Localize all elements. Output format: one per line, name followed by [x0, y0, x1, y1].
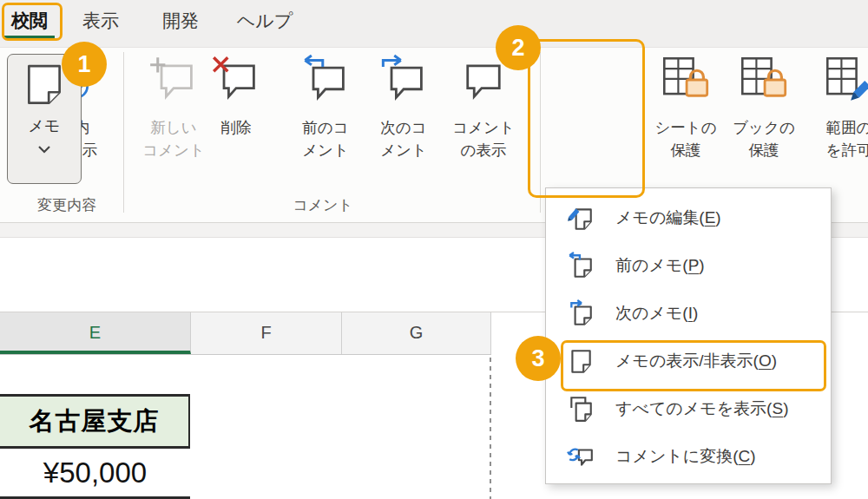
- protect-workbook-button[interactable]: ブックの 保護: [722, 50, 806, 193]
- column-header-g[interactable]: G: [342, 312, 491, 354]
- tab-view[interactable]: 表示: [75, 7, 127, 36]
- menu-item-convert-to-comment[interactable]: コメントに変換(C): [546, 432, 831, 480]
- previous-note-icon: [567, 252, 595, 279]
- allow-edit-ranges-icon: [807, 50, 868, 116]
- selected-tab-underline: [4, 36, 55, 39]
- menu-item-label: コメントに変換(C): [615, 445, 756, 468]
- show-comments-button[interactable]: コメント の表示: [442, 50, 525, 193]
- chevron-down-icon: [8, 141, 81, 157]
- notes-button-label: メモ: [8, 115, 81, 136]
- next-comment-label-line2: メント: [362, 139, 445, 161]
- menu-item-edit-note[interactable]: メモの編集(E): [546, 194, 831, 241]
- next-note-icon: [567, 299, 595, 327]
- delete-comment-label: 削除: [197, 116, 275, 139]
- protect-workbook-label-line1: ブックの: [722, 116, 806, 139]
- show-comments-label-line1: コメント: [442, 116, 525, 139]
- protect-sheet-button[interactable]: シートの 保護: [644, 50, 727, 193]
- next-comment-label-line1: 次のコ: [362, 116, 445, 139]
- menu-item-show-hide-note[interactable]: メモの表示/非表示(O): [546, 337, 831, 384]
- step-3-badge: 3: [516, 336, 561, 381]
- allow-edit-ranges-label-line1: 範囲の: [807, 116, 868, 139]
- edit-note-icon: [567, 204, 595, 232]
- menu-item-label: 次のメモ(I): [615, 302, 698, 325]
- show-comments-label-line2: の表示: [442, 139, 525, 161]
- menu-item-show-all-notes[interactable]: すべてのメモを表示(S): [546, 384, 831, 432]
- page-break-dashed-line: [490, 358, 491, 499]
- previous-comment-button[interactable]: 前のコ メント: [284, 50, 367, 193]
- step-1-badge: 1: [62, 42, 107, 87]
- protect-sheet-label-line2: 保護: [644, 139, 727, 161]
- delete-comment-button[interactable]: 削除: [197, 50, 275, 193]
- column-header-f[interactable]: F: [191, 312, 342, 354]
- next-comment-button[interactable]: 次のコ メント: [362, 50, 445, 193]
- menu-item-label: メモの表示/非表示(O): [615, 350, 777, 372]
- menu-item-next-note[interactable]: 次のメモ(I): [546, 289, 831, 337]
- protect-sheet-icon: [644, 50, 727, 116]
- allow-edit-ranges-button[interactable]: 範囲の を許可: [807, 50, 868, 193]
- group-separator: [123, 52, 124, 213]
- tab-developer[interactable]: 開発: [155, 7, 207, 36]
- step-2-badge: 2: [496, 25, 541, 70]
- previous-comment-label-line2: メント: [284, 139, 367, 161]
- group-separator: [540, 52, 541, 213]
- tab-review[interactable]: 校閲: [3, 7, 56, 36]
- protect-sheet-label-line1: シートの: [644, 116, 727, 139]
- previous-comment-label-line1: 前のコ: [284, 116, 367, 139]
- menu-item-label: すべてのメモを表示(S): [615, 397, 788, 420]
- menu-item-previous-note[interactable]: 前のメモ(P): [546, 241, 831, 289]
- delete-comment-icon: [197, 50, 275, 116]
- group-label-changes: 変更内容: [15, 194, 119, 217]
- cell-branch-name[interactable]: 名古屋支店: [0, 394, 190, 449]
- column-header-row: E F G: [0, 312, 491, 355]
- menu-item-label: 前のメモ(P): [615, 254, 705, 277]
- allow-edit-ranges-label-line2: を許可: [807, 139, 868, 161]
- excel-review-tab-screen: 校閲 表示 開発 ヘルプ 変更内 容を表示: [0, 0, 868, 499]
- next-comment-icon: [362, 50, 445, 116]
- ribbon-tab-bar: 校閲 表示 開発 ヘルプ: [0, 0, 868, 48]
- show-hide-note-icon: [567, 347, 595, 375]
- protect-workbook-label-line2: 保護: [722, 139, 806, 161]
- cell-amount[interactable]: ¥50,000: [0, 449, 190, 496]
- menu-item-label: メモの編集(E): [615, 207, 721, 229]
- group-label-comments: コメント: [271, 194, 375, 217]
- protect-workbook-icon: [722, 50, 806, 116]
- column-header-e[interactable]: E: [0, 312, 191, 354]
- show-all-notes-icon: [567, 395, 595, 423]
- previous-comment-icon: [284, 50, 367, 116]
- convert-to-comment-icon: [567, 443, 595, 470]
- tab-help[interactable]: ヘルプ: [233, 7, 297, 36]
- notes-dropdown-menu: メモの編集(E) 前のメモ(P) 次のメモ(I): [545, 187, 832, 484]
